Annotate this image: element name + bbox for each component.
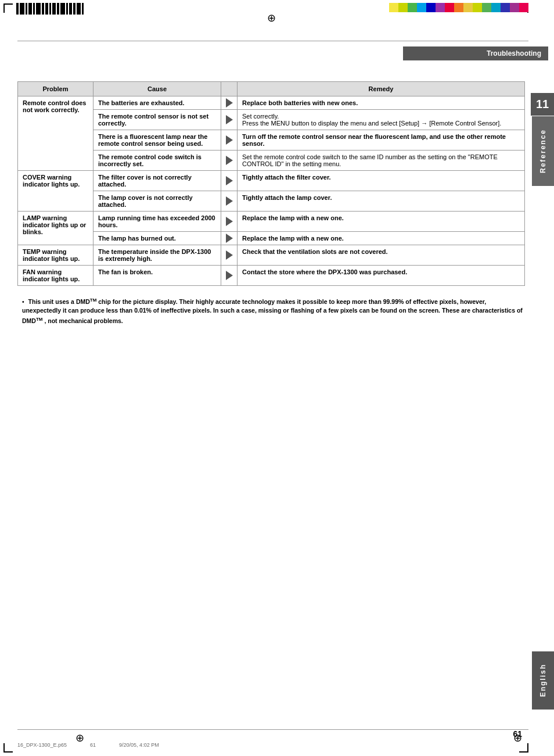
cause-fan-broken: The fan is broken. <box>93 266 221 286</box>
remedy-lamp-burned: Replace the lamp with a new one. <box>238 232 525 245</box>
troubleshooting-table: Problem Cause Remedy Remote control does… <box>17 81 525 286</box>
reg-mark-top: ⊕ <box>267 12 276 24</box>
main-content: Problem Cause Remedy Remote control does… <box>17 81 525 325</box>
arrow-3 <box>221 130 238 151</box>
remedy-batteries: Replace both batteries with new ones. <box>238 96 525 110</box>
table-row: FAN warning indicator lights up. The fan… <box>18 266 525 286</box>
cause-batteries: The batteries are exhausted. <box>93 96 221 110</box>
page-title: Troubleshooting <box>487 49 541 58</box>
arrow-1 <box>221 96 238 110</box>
cause-code-switch: The remote control code switch is incorr… <box>93 151 221 171</box>
col-header-problem: Problem <box>18 82 93 96</box>
remedy-fan-broken: Contact the store where the DPX-1300 was… <box>238 266 525 286</box>
problem-remote: Remote control does not work correctly. <box>18 96 93 171</box>
cause-lamp-burned: The lamp has burned out. <box>93 232 221 245</box>
cause-lamp-cover: The lamp cover is not correctly attached… <box>93 191 221 212</box>
table-row: COVER warning indicator lights up. The f… <box>18 171 525 191</box>
cause-sensor-set: The remote control sensor is not set cor… <box>93 110 221 130</box>
table-row: TEMP warning indicator lights up. The te… <box>18 245 525 266</box>
arrow-4 <box>221 151 238 171</box>
color-swatches <box>389 3 528 12</box>
bottom-right-code: 9/20/05, 4:02 PM <box>119 742 159 748</box>
barcode-strip-left <box>16 3 84 15</box>
problem-lamp: LAMP warning indicator lights up or blin… <box>18 212 93 245</box>
reference-tab: Reference <box>532 116 554 186</box>
cause-temp-high: The temperature inside the DPX-1300 is e… <box>93 245 221 266</box>
bottom-center-code: 61 <box>90 742 96 748</box>
page-header: Troubleshooting <box>403 46 548 60</box>
arrow-8 <box>221 232 238 245</box>
arrow-7 <box>221 212 238 232</box>
bottom-info: 16_DPX-1300_E.p65 61 9/20/05, 4:02 PM <box>17 742 159 748</box>
arrow-9 <box>221 245 238 266</box>
corner-bracket-br <box>519 743 528 753</box>
table-row: The remote control code switch is incorr… <box>18 151 525 171</box>
arrow-10 <box>221 266 238 286</box>
problem-fan: FAN warning indicator lights up. <box>18 266 93 286</box>
footer-note: • This unit uses a DMDTM chip for the pi… <box>17 296 525 325</box>
arrow-2 <box>221 110 238 130</box>
col-header-remedy: Remedy <box>238 82 525 96</box>
separator-top <box>17 41 528 41</box>
english-label: English <box>539 664 547 697</box>
arrow-5 <box>221 171 238 191</box>
problem-temp: TEMP warning indicator lights up. <box>18 245 93 266</box>
page-number: 61 <box>513 729 522 739</box>
table-row: LAMP warning indicator lights up or blin… <box>18 212 525 232</box>
corner-bracket-bl <box>3 743 13 753</box>
footer-note-text: This unit uses a DMDTM chip for the pict… <box>22 298 523 324</box>
arrow-6 <box>221 191 238 212</box>
remedy-sensor-set: Set correctly.Press the MENU button to d… <box>238 110 525 130</box>
col-header-arrow <box>221 82 238 96</box>
remedy-temp-high: Check that the ventilation slots are not… <box>238 245 525 266</box>
remedy-code-switch: Set the remote control code switch to th… <box>238 151 525 171</box>
bottom-left-code: 16_DPX-1300_E.p65 <box>17 742 67 748</box>
cause-filter-cover: The filter cover is not correctly attach… <box>93 171 221 191</box>
english-tab: English <box>532 651 554 710</box>
corner-bracket-tl <box>3 3 13 13</box>
table-row: Remote control does not work correctly. … <box>18 96 525 110</box>
remedy-lamp-hours: Replace the lamp with a new one. <box>238 212 525 232</box>
problem-cover: COVER warning indicator lights up. <box>18 171 93 212</box>
remedy-lamp-cover: Tightly attach the lamp cover. <box>238 191 525 212</box>
separator-bottom <box>17 729 528 730</box>
table-row: There is a fluorescent lamp near the rem… <box>18 130 525 151</box>
table-row: The remote control sensor is not set cor… <box>18 110 525 130</box>
table-row: The lamp cover is not correctly attached… <box>18 191 525 212</box>
reference-label: Reference <box>539 129 547 173</box>
remedy-fluorescent: Turn off the remote control sensor near … <box>238 130 525 151</box>
cause-fluorescent: There is a fluorescent lamp near the rem… <box>93 130 221 151</box>
bullet-point: • <box>22 298 24 305</box>
col-header-cause: Cause <box>93 82 221 96</box>
table-row: The lamp has burned out. Replace the lam… <box>18 232 525 245</box>
cause-lamp-hours: Lamp running time has exceeded 2000 hour… <box>93 212 221 232</box>
remedy-filter-cover: Tightly attach the filter cover. <box>238 171 525 191</box>
chapter-number: 11 <box>531 93 554 116</box>
